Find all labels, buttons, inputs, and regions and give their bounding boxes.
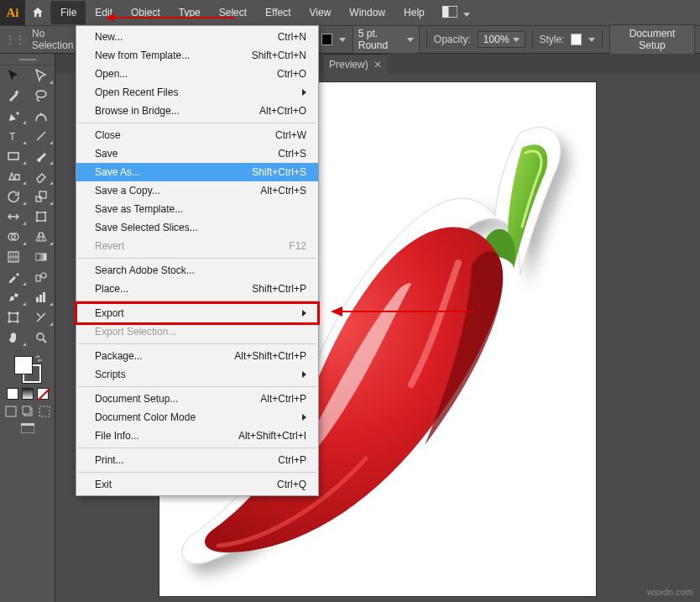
menu-separator [78,301,316,301]
free-transform-tool[interactable] [28,207,55,227]
menu-item-shortcut: Shift+Ctrl+S [252,166,306,178]
opacity-value: 100% [483,34,509,45]
menu-item-open-recent-files[interactable]: Open Recent Files [76,83,318,102]
menu-item-save-a-copy[interactable]: Save a Copy...Alt+Ctrl+S [76,181,318,200]
pen-tool[interactable] [0,106,28,126]
mesh-tool[interactable] [0,247,28,267]
menubar-help[interactable]: Help [394,1,434,24]
artboard-tool[interactable] [0,307,28,327]
menu-item-browse-in-bridge[interactable]: Browse in Bridge...Alt+Ctrl+O [76,102,318,120]
grab-icon[interactable]: ⋮⋮ [5,34,25,45]
menu-item-shortcut: Shift+Ctrl+P [252,283,306,295]
menubar-type[interactable]: Type [170,1,210,24]
menu-item-save-as-template[interactable]: Save as Template... [76,200,318,218]
stroke-swatch[interactable] [321,34,332,45]
draw-normal-icon[interactable] [3,405,18,418]
menu-item-package[interactable]: Package...Alt+Shift+Ctrl+P [76,347,318,365]
menu-item-document-color-mode[interactable]: Document Color Mode [76,408,318,427]
menu-item-close[interactable]: CloseCtrl+W [76,126,318,144]
swap-fill-stroke-icon[interactable] [34,354,43,363]
menu-item-new[interactable]: New...Ctrl+N [76,28,318,46]
menu-item-scripts[interactable]: Scripts [76,365,318,384]
svg-rect-27 [6,406,16,416]
draw-inside-icon[interactable] [37,405,52,418]
menu-item-file-info[interactable]: File Info...Alt+Shift+Ctrl+I [76,427,318,445]
toolbox: T [0,54,55,602]
stroke-swatch-caret[interactable] [339,38,346,42]
stroke-weight-field[interactable]: 5 pt. Round [353,25,420,54]
line-segment-tool[interactable] [28,126,55,146]
submenu-arrow-icon [302,414,306,421]
style-swatch[interactable] [571,34,582,45]
menubar-edit[interactable]: Edit [86,1,122,24]
svg-marker-34 [331,306,342,317]
menu-item-document-setup[interactable]: Document Setup...Alt+Ctrl+P [76,390,318,408]
shape-builder-tool[interactable] [0,227,28,247]
column-graph-tool[interactable] [28,287,55,307]
opacity-field[interactable]: 100% [478,31,525,48]
eraser-tool[interactable] [28,166,55,186]
draw-behind-icon[interactable] [20,405,35,418]
menubar-file[interactable]: File [51,1,86,24]
curvature-tool[interactable] [28,106,55,126]
menu-item-export[interactable]: Export [76,304,318,322]
svg-rect-22 [43,292,45,302]
document-tab[interactable]: Preview) ✕ [324,54,387,74]
annotation-top-line [113,17,235,18]
color-mode-gradient[interactable] [22,388,34,400]
perspective-grid-tool[interactable] [28,227,55,247]
menubar-effect[interactable]: Effect [256,1,300,24]
menu-item-new-from-template[interactable]: New from Template...Shift+Ctrl+N [76,46,318,65]
screen-mode-icon[interactable] [20,421,35,435]
app-logo[interactable]: Ai [0,0,25,25]
menu-item-save-selected-slices[interactable]: Save Selected Slices... [76,218,318,237]
home-icon[interactable] [25,0,50,25]
submenu-arrow-icon [302,371,306,378]
style-caret[interactable] [588,38,595,42]
width-tool[interactable] [0,207,28,227]
symbol-sprayer-tool[interactable] [0,287,28,307]
menubar-select[interactable]: Select [210,1,256,24]
rotate-tool[interactable] [0,186,28,207]
menu-item-save-as[interactable]: Save As...Shift+Ctrl+S [76,163,318,181]
eyedropper-tool[interactable] [0,267,28,287]
gradient-tool[interactable] [28,247,55,267]
menu-item-shortcut: Ctrl+O [277,68,306,80]
menu-item-label: Print... [95,454,124,466]
toolbox-grip[interactable] [0,54,55,65]
selection-tool[interactable] [0,65,28,86]
menu-item-exit[interactable]: ExitCtrl+Q [76,475,318,494]
shaper-tool[interactable] [0,166,28,186]
svg-line-26 [38,389,50,400]
menu-item-print[interactable]: Print...Ctrl+P [76,451,318,469]
menu-item-save[interactable]: SaveCtrl+S [76,144,318,163]
scale-tool[interactable] [28,186,55,207]
menu-item-shortcut: Shift+Ctrl+N [252,50,306,61]
direct-selection-tool[interactable] [28,65,55,86]
color-mode-solid[interactable] [7,388,18,400]
menu-item-label: Open Recent Files [95,86,178,98]
workspace-switcher-icon[interactable] [442,6,470,20]
paintbrush-tool[interactable] [28,146,55,166]
document-setup-button[interactable]: Document Setup [609,24,695,55]
menubar-view[interactable]: View [300,1,341,24]
menubar-object[interactable]: Object [122,1,170,24]
menu-item-shortcut: Alt+Ctrl+O [259,105,306,117]
rectangle-tool[interactable] [0,146,28,166]
menu-item-open[interactable]: Open...Ctrl+O [76,65,318,83]
menubar-window[interactable]: Window [340,1,394,24]
menu-item-search-adobe-stock[interactable]: Search Adobe Stock... [76,261,318,280]
zoom-tool[interactable] [28,327,55,348]
color-mode-none[interactable] [37,388,49,400]
fill-stroke-control[interactable] [14,356,41,383]
fill-color-box[interactable] [14,356,33,374]
menu-item-place[interactable]: Place...Shift+Ctrl+P [76,280,318,298]
type-tool[interactable]: T [0,126,28,146]
menu-item-label: Save As... [95,166,140,178]
magic-wand-tool[interactable] [0,86,28,106]
blend-tool[interactable] [28,267,55,287]
hand-tool[interactable] [0,327,28,348]
slice-tool[interactable] [28,307,55,327]
close-tab-icon[interactable]: ✕ [374,59,382,71]
lasso-tool[interactable] [28,86,55,106]
